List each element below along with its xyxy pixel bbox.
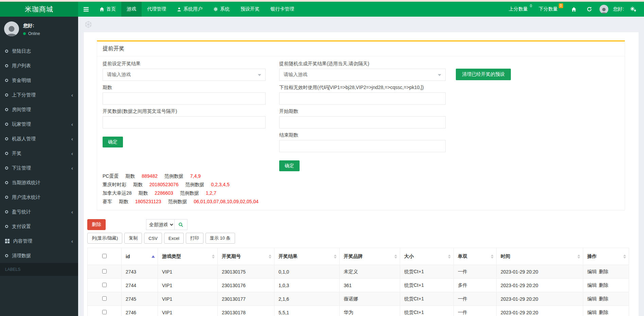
edit-link[interactable]: 编辑 <box>587 296 597 301</box>
refresh-icon[interactable] <box>584 6 595 12</box>
brand-logo[interactable]: 米珈商城 <box>0 2 78 17</box>
search-button[interactable] <box>175 219 187 230</box>
sidebar-item-draw[interactable]: 开奖‹ <box>0 146 78 161</box>
cell-id: 2745 <box>122 292 158 306</box>
delete-link[interactable]: 删除 <box>599 269 608 274</box>
edit-link[interactable]: 编辑 <box>587 282 597 288</box>
cell-game-type: VIP1 <box>158 279 218 292</box>
sidebar-item-bet-management[interactable]: 下注管理‹ <box>0 161 78 175</box>
delete-link[interactable]: 删除 <box>599 310 608 315</box>
col-header-draw-period[interactable]: 开奖期号 <box>218 248 274 265</box>
sidebar-labels-header: LABELS <box>0 263 78 276</box>
sidebar-item-profit-loss-stats[interactable]: 盈亏统计‹ <box>0 205 78 219</box>
circle-icon <box>5 196 8 199</box>
print-button[interactable]: 打印 <box>186 233 203 244</box>
hexagon-icon[interactable] <box>85 21 92 28</box>
excel-button[interactable]: Excel <box>164 233 184 244</box>
down-score-button[interactable]: 下分数量 0 <box>539 6 561 12</box>
sidebar-item-label: 资金明细 <box>12 77 31 84</box>
col-header-draw-brand[interactable]: 开奖品牌 <box>340 248 400 265</box>
select-all-checkbox[interactable] <box>102 254 107 258</box>
period-input[interactable] <box>103 92 266 105</box>
delete-button[interactable]: 删除 <box>87 219 106 230</box>
cell-draw-result: 0,1,0 <box>274 265 340 279</box>
sidebar-toggle-button[interactable] <box>78 2 94 17</box>
cell-game-type: VIP1 <box>158 292 218 306</box>
col-header-id[interactable]: id <box>122 248 158 265</box>
start-period-input[interactable] <box>279 116 446 128</box>
sidebar-item-funds-detail[interactable]: 资金明细 <box>0 73 78 88</box>
sidebar-item-label: 用户列表 <box>12 63 31 69</box>
game-filter-select[interactable]: 全部游戏 <box>146 219 175 230</box>
sidebar-item-label: 盈亏统计 <box>12 209 31 215</box>
clear-drawn-presets-button[interactable]: 清理已经开奖的预设 <box>456 69 511 80</box>
confirm-right-button[interactable]: 确定 <box>279 160 300 171</box>
nav-item-games[interactable]: 游戏 <box>121 2 142 17</box>
csv-button[interactable]: CSV <box>144 233 162 244</box>
draw-data-input[interactable] <box>103 116 266 128</box>
col-header-size[interactable]: 大小 <box>400 248 454 265</box>
row-checkbox[interactable] <box>102 283 107 287</box>
home-shortcut-icon[interactable] <box>569 7 579 12</box>
cell-id: 2746 <box>122 306 158 316</box>
page-length-button[interactable]: 显示 10 条 <box>205 233 235 244</box>
table-row: 2745 VIP1 230130177 2,1,6 薇诺娜 统货Ct+1 一件 … <box>88 292 629 306</box>
avatar[interactable] <box>600 5 608 14</box>
row-checkbox[interactable] <box>102 310 107 314</box>
delete-link[interactable]: 删除 <box>599 296 608 301</box>
greeting-text[interactable]: 您好: <box>613 6 624 12</box>
game-select-value: 请输入游戏 <box>107 72 131 78</box>
edit-link[interactable]: 编辑 <box>587 269 597 274</box>
cell-time: 2023-01-29 20:20 <box>497 306 583 316</box>
edit-link[interactable]: 编辑 <box>587 310 597 315</box>
sidebar-item-payment-settings[interactable]: 支付设置 <box>0 219 78 234</box>
sidebar-item-user-flow-stats[interactable]: 用户流水统计 <box>0 190 78 205</box>
copy-button[interactable]: 复制 <box>124 233 142 244</box>
nav-item-bankcard-management[interactable]: 银行卡管理 <box>265 2 300 17</box>
up-score-badge: 0 <box>530 4 532 8</box>
cell-draw-brand: 薇诺娜 <box>340 292 400 306</box>
row-checkbox[interactable] <box>102 269 107 274</box>
cogs-icon[interactable] <box>629 6 638 12</box>
col-header-actions[interactable]: 操作 <box>583 248 629 265</box>
info-period-label: 期数 <box>125 173 135 179</box>
sidebar-item-content-management[interactable]: 内容管理‹ <box>0 234 78 248</box>
circle-icon <box>5 108 8 111</box>
sidebar-item-robot-management[interactable]: 机器人管理‹ <box>0 131 78 146</box>
sidebar-item-user-list[interactable]: 用户列表 <box>0 58 78 73</box>
sidebar-item-clean-data[interactable]: 清理数据 <box>0 248 78 263</box>
cell-parity: 一件 <box>454 292 497 306</box>
nav-item-system-users[interactable]: 系统用户 <box>172 2 208 17</box>
col-header-draw-result[interactable]: 开奖结果 <box>274 248 340 265</box>
circle-icon <box>5 166 8 170</box>
sidebar-avatar[interactable] <box>4 21 19 36</box>
sidebar-item-player-management[interactable]: 玩家管理‹ <box>0 117 78 131</box>
up-score-button[interactable]: 上分数量 0 <box>509 6 531 12</box>
col-header-time[interactable]: 时间 <box>497 248 583 265</box>
sidebar-item-room-management[interactable]: 房间管理 <box>0 102 78 117</box>
code-fallback-input[interactable] <box>279 92 446 105</box>
nav-item-preset-draw[interactable]: 预设开奖 <box>235 2 265 17</box>
confirm-left-button[interactable]: 确定 <box>103 137 123 147</box>
nav-item-home[interactable]: 首页 <box>94 2 121 17</box>
info-period-value: 20180523076 <box>149 182 179 187</box>
sidebar-item-login-logs[interactable]: 登陆日志 <box>0 44 78 58</box>
sort-icons <box>269 254 271 259</box>
nav-item-agent-management[interactable]: 代理管理 <box>142 2 172 17</box>
row-checkbox[interactable] <box>102 296 107 301</box>
sidebar-item-current-game-stats[interactable]: 当期游戏统计 <box>0 175 78 190</box>
table-row: 2743 VIP1 230130175 0,1,0 未定义 统货Ct+1 一件 … <box>88 265 629 279</box>
end-period-input[interactable] <box>279 140 446 152</box>
col-header-parity[interactable]: 单双 <box>454 248 497 265</box>
random-game-select[interactable]: 请输入游戏 <box>279 69 446 81</box>
sidebar-item-score-management[interactable]: 上下分管理‹ <box>0 88 78 102</box>
delete-link[interactable]: 删除 <box>599 282 608 288</box>
nav-item-system[interactable]: 系统 <box>208 2 235 17</box>
columns-visibility-button[interactable]: 列(显示/隐藏) <box>87 233 122 244</box>
col-header-game-type[interactable]: 游戏类型 <box>158 248 218 265</box>
cell-draw-result: 2,1,6 <box>274 292 340 306</box>
game-select[interactable]: 请输入游戏 <box>103 69 266 81</box>
table-header-row: id 游戏类型 开奖期号 开奖结果 开奖品牌 大小 单双 时间 操作 <box>88 248 629 265</box>
navbar-right: 上分数量 0 下分数量 0 您好: <box>504 2 644 17</box>
start-period-label: 开始期数 <box>279 108 446 114</box>
